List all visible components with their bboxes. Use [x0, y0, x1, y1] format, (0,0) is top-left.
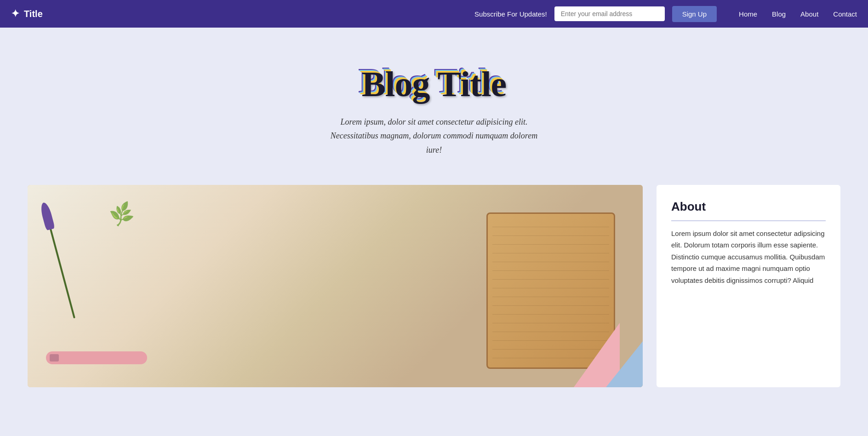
flower-decoration [43, 202, 75, 318]
main-content: 🌿 About Lorem ipsum dolor sit amet conse… [0, 185, 868, 415]
navbar: ✦ Title Subscribe For Updates! Sign Up H… [0, 0, 868, 28]
brand-title: Title [24, 9, 43, 19]
brand[interactable]: ✦ Title [11, 8, 43, 20]
nav-link-blog[interactable]: Blog [772, 10, 786, 18]
hero-section: Blog Title Lorem ipsum, dolor sit amet c… [0, 28, 868, 185]
fern-decoration: 🌿 [107, 200, 136, 228]
nav-link-about[interactable]: About [800, 10, 818, 18]
nav-link-contact[interactable]: Contact [833, 10, 857, 18]
about-card-title: About [671, 200, 826, 221]
blog-image: 🌿 [28, 185, 643, 387]
blog-title: Blog Title [362, 64, 506, 104]
nav-links: Home Blog About Contact [739, 10, 857, 18]
subscribe-label: Subscribe For Updates! [474, 10, 547, 18]
sidebar: About Lorem ipsum dolor sit amet consect… [657, 185, 840, 387]
signup-button[interactable]: Sign Up [672, 6, 717, 22]
about-card: About Lorem ipsum dolor sit amet consect… [657, 185, 840, 387]
brand-icon: ✦ [11, 8, 19, 20]
nav-link-home[interactable]: Home [739, 10, 757, 18]
email-input[interactable] [554, 6, 665, 21]
about-card-text: Lorem ipsum dolor sit amet consectetur a… [671, 228, 826, 287]
hero-subtitle: Lorem ipsum, dolor sit amet consectetur … [324, 115, 544, 157]
blog-card: 🌿 [28, 185, 643, 387]
triangle-blue-decoration [606, 341, 643, 387]
strap-decoration [46, 351, 147, 364]
